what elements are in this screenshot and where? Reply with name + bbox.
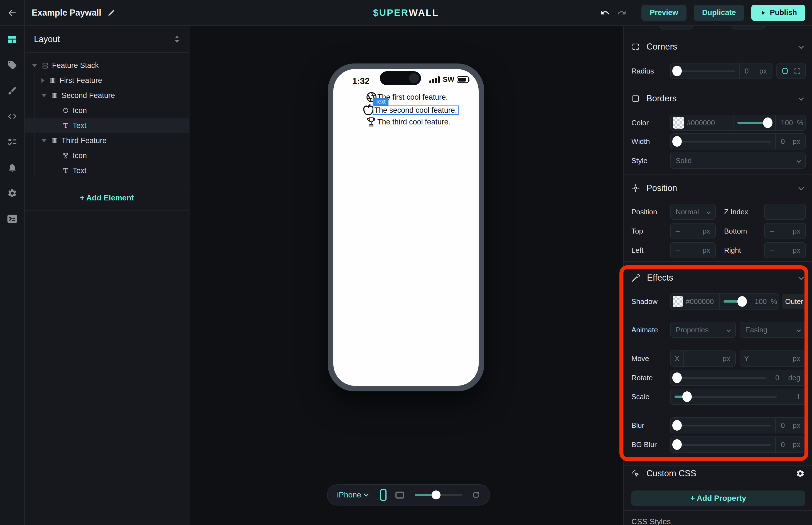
caret-down-icon[interactable] xyxy=(32,64,37,67)
duplicate-button[interactable]: Duplicate xyxy=(694,5,745,21)
slider-thumb[interactable] xyxy=(737,296,747,307)
shadow-opacity-slider[interactable] xyxy=(720,294,751,309)
refresh-icon[interactable] xyxy=(472,490,480,500)
position-mode-select[interactable]: Normal xyxy=(670,204,716,220)
status-time: 1:32 xyxy=(352,76,370,86)
nav-layout-icon[interactable] xyxy=(7,34,17,45)
phone-screen[interactable]: 1:32 SW The first cool feature. Text The… xyxy=(333,69,479,386)
top-input[interactable]: –px xyxy=(670,223,716,239)
shadow-mode-button[interactable]: Outer xyxy=(782,294,806,309)
effects-section-header[interactable]: Effects xyxy=(631,272,673,283)
left-input[interactable]: –px xyxy=(670,242,716,258)
chevron-down-icon xyxy=(726,328,731,332)
slider-thumb[interactable] xyxy=(672,66,682,76)
tree-item-text[interactable]: Text xyxy=(25,163,189,178)
border-style-select[interactable]: Solid xyxy=(670,152,806,169)
scale-slider[interactable] xyxy=(671,389,781,404)
move-x-input[interactable]: X –px xyxy=(670,350,736,366)
redo-icon[interactable] xyxy=(617,8,626,17)
caret-down-icon[interactable] xyxy=(42,94,46,97)
bg-blur-value[interactable]: 0px xyxy=(776,440,805,449)
border-width-value[interactable]: 0px xyxy=(776,137,805,146)
add-element-button[interactable]: + Add Element xyxy=(25,185,189,210)
color-swatch[interactable] xyxy=(673,117,684,129)
chevron-down-icon[interactable] xyxy=(798,95,804,101)
chevron-down-icon xyxy=(364,492,369,497)
edit-pencil-icon[interactable] xyxy=(107,9,115,17)
borders-section-header[interactable]: Borders xyxy=(631,93,677,104)
publish-button[interactable]: Publish xyxy=(751,5,805,21)
chevron-down-icon[interactable] xyxy=(798,43,804,49)
bottom-input[interactable]: –px xyxy=(764,223,806,239)
undo-icon[interactable] xyxy=(600,8,610,17)
add-property-button[interactable]: + Add Property xyxy=(631,491,805,506)
canvas[interactable]: 1:32 SW The first cool feature. Text The… xyxy=(189,26,623,525)
nav-notifications-icon[interactable] xyxy=(7,162,17,173)
device-select[interactable]: iPhone xyxy=(337,491,368,499)
zindex-input[interactable] xyxy=(764,204,806,220)
tree-item-first-feature[interactable]: First Feature xyxy=(25,73,189,88)
slider-thumb[interactable] xyxy=(672,420,682,431)
slider-thumb[interactable] xyxy=(672,136,682,147)
tree-item-feature-stack[interactable]: Feature Stack xyxy=(25,58,189,73)
nav-brush-icon[interactable] xyxy=(7,86,17,96)
tree-item-label: First Feature xyxy=(60,76,102,85)
slider-thumb[interactable] xyxy=(672,439,682,450)
tree-item-second-feature[interactable]: Second Feature xyxy=(25,88,189,103)
shadow-hex-input[interactable]: #000000 xyxy=(686,297,719,306)
color-hex-input[interactable]: #000000 xyxy=(687,119,733,127)
columns-icon xyxy=(50,137,59,144)
sort-toggle-icon[interactable] xyxy=(174,35,180,43)
border-color-label: Color xyxy=(631,119,649,127)
slider-thumb[interactable] xyxy=(432,491,441,499)
shadow-color-swatch[interactable] xyxy=(673,296,683,307)
border-opacity-value[interactable]: 100% xyxy=(776,119,805,127)
position-section-header[interactable]: Position xyxy=(631,183,677,194)
chevron-down-icon[interactable] xyxy=(798,185,804,191)
blur-value[interactable]: 0px xyxy=(776,421,805,430)
corners-section-header[interactable]: Corners xyxy=(631,41,677,52)
move-y-input[interactable]: Y –px xyxy=(740,350,806,366)
portrait-orientation-button[interactable] xyxy=(380,489,386,501)
border-width-slider[interactable] xyxy=(671,134,775,149)
custom-css-section-header[interactable]: Custom CSS xyxy=(631,468,696,479)
rotate-slider[interactable] xyxy=(671,370,770,385)
bg-blur-slider[interactable] xyxy=(671,437,775,452)
per-corner-radius-icon[interactable] xyxy=(793,67,801,75)
tree-item-text-selected[interactable]: Text xyxy=(25,118,189,133)
tree-item-icon-apple[interactable]: Icon xyxy=(25,103,189,118)
blur-slider[interactable] xyxy=(671,418,775,433)
zoom-slider[interactable] xyxy=(415,489,462,500)
nav-terminal-icon[interactable] xyxy=(7,213,17,224)
chevron-down-icon[interactable] xyxy=(798,274,804,280)
uniform-radius-icon[interactable] xyxy=(781,67,789,75)
animate-easing-select[interactable]: Easing xyxy=(740,322,806,338)
landscape-orientation-button[interactable] xyxy=(395,492,404,498)
preview-button[interactable]: Preview xyxy=(641,5,687,21)
tree-item-third-feature[interactable]: Third Feature xyxy=(25,133,189,148)
scale-label: Scale xyxy=(631,392,649,401)
nav-settings-icon[interactable] xyxy=(7,188,17,198)
right-input[interactable]: –px xyxy=(764,242,806,258)
nav-tag-icon[interactable] xyxy=(7,60,17,71)
scale-value[interactable]: 1 xyxy=(781,392,805,401)
radius-value[interactable]: 0px xyxy=(740,67,772,75)
rotate-value[interactable]: 0deg xyxy=(770,374,805,382)
caret-right-icon[interactable] xyxy=(42,78,45,83)
feature-row-3[interactable]: The third cool feature. xyxy=(365,116,450,128)
tree-item-icon-trophy[interactable]: Icon xyxy=(25,148,189,163)
slider-thumb[interactable] xyxy=(672,373,682,383)
selected-text-element[interactable]: The second cool feature. xyxy=(373,105,459,115)
nav-code-icon[interactable] xyxy=(7,111,17,122)
caret-down-icon[interactable] xyxy=(42,139,46,142)
shadow-opacity-value[interactable]: 100% xyxy=(751,297,779,306)
back-button[interactable] xyxy=(0,0,25,25)
animate-properties-select[interactable]: Properties xyxy=(670,322,736,338)
border-opacity-slider[interactable] xyxy=(734,115,775,130)
css-settings-gear-icon[interactable] xyxy=(796,469,805,478)
radius-slider[interactable] xyxy=(671,63,739,78)
nav-checklist-icon[interactable] xyxy=(7,137,17,147)
slider-thumb[interactable] xyxy=(763,118,772,128)
slider-thumb[interactable] xyxy=(682,391,692,402)
battery-icon xyxy=(457,76,471,83)
